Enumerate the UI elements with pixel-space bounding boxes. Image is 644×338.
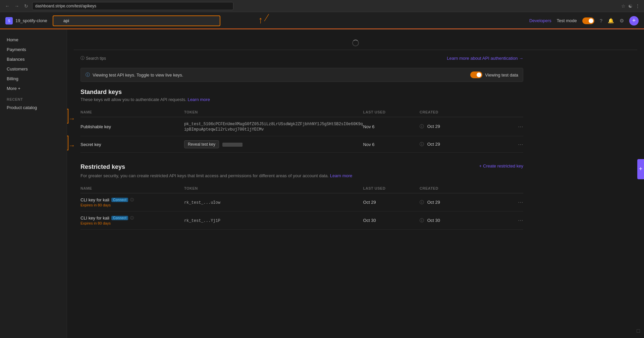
content-area: ⓘ Search tips Learn more about API authe… [67,50,537,246]
publishable-key-row: Publishable key pk_test_5106cPCFEnUmeXMa… [80,117,523,136]
viewing-test-data-label: Viewing test data [485,73,518,78]
notice-info-icon: ⓘ [86,72,90,78]
annotation-arrow-box1: → [68,115,75,123]
add-button[interactable]: + [629,16,639,26]
col-lastused-header: LAST USED [363,107,420,117]
cli-key-1-name-cell: CLI key for kali Connect ⓘ Expires in 80… [80,193,184,211]
cli-key-2-info-created: ⓘ [420,218,424,223]
brand-icon: S [5,17,13,25]
publishable-key-token: pk_test_5106cPCFEnUmeXMagG0fZ05J5iLz8LrU… [184,117,363,136]
sidebar: Home Payments Balances Customers Billing… [0,30,67,338]
right-expand-btn[interactable]: + [637,159,644,179]
col-actions-header [504,107,523,117]
test-mode-toggle[interactable] [582,17,594,24]
restricted-keys-table: NAME TOKEN LAST USED CREATED CLI [80,184,523,230]
secret-key-created: ⓘ Oct 29 [420,136,504,153]
secret-key-lastused: Nov 6 [363,136,420,153]
bottom-right-icon: □ [637,328,640,334]
restricted-keys-learn-more[interactable]: Learn more [330,173,352,178]
restricted-key-row-1: CLI key for kali Connect ⓘ Expires in 80… [80,193,523,211]
viewing-notice-left: ⓘ Viewing test API keys. Toggle to view … [86,72,183,78]
stripe-header: S 19_spotify-clone 🔍 api ↑ ／ Developers … [0,12,644,30]
developers-link[interactable]: Developers [529,18,551,23]
search-input[interactable]: api [53,15,220,26]
sidebar-item-customers[interactable]: Customers [0,64,67,74]
plus-icon: + [479,163,482,168]
cli-key-2-lastused: Oct 30 [363,211,420,230]
cli-key-1-actions: ⋯ [504,193,523,211]
bookmark-icon[interactable]: ☆ [621,3,626,9]
secret-key-name: Secret key [80,136,184,153]
sidebar-recent-label: Recent [0,93,67,103]
cli-key-2-name-row: CLI key for kali Connect ⓘ [80,215,184,221]
url-text: dashboard.stripe.com/test/apikeys [35,4,96,8]
publishable-key-name: Publishable key [80,117,184,136]
annotation-line-1: ／ [263,11,272,22]
publishable-key-actions: ⋯ [504,117,523,136]
col-created-header: CREATED [420,107,504,117]
sidebar-item-more[interactable]: More + [0,84,67,93]
publishable-key-more-btn[interactable]: ⋯ [518,124,523,130]
extensions-icon[interactable]: ☯ [628,3,633,9]
cli-key-2-info-icon: ⓘ [130,215,134,221]
secret-key-more-btn[interactable]: ⋯ [518,141,523,148]
restricted-keys-header-row: NAME TOKEN LAST USED CREATED [80,184,523,193]
sidebar-item-product-catalog[interactable]: Product catalog [0,103,67,112]
restricted-col-created: CREATED [420,184,504,193]
test-mode-label: Test mode [557,18,577,23]
refresh-button[interactable]: ↻ [23,3,30,9]
restricted-key-row-2: CLI key for kali Connect ⓘ Expires in 80… [80,211,523,230]
svg-text:S: S [8,19,10,23]
brand-name: 19_spotify-clone [15,18,47,23]
sidebar-item-payments[interactable]: Payments [0,45,67,54]
cli-key-1-badge: Connect [111,198,128,202]
annotation-arrow-1: ↑ [258,15,263,26]
search-tips-row: ⓘ Search tips Learn more about API authe… [80,55,523,64]
standard-keys-table: NAME TOKEN LAST USED CREATED Publishable… [80,107,523,153]
browser-bar: ← → ↻ dashboard.stripe.com/test/apikeys … [0,0,644,12]
standard-keys-learn-more[interactable]: Learn more [187,97,210,102]
brand-logo[interactable]: S 19_spotify-clone [5,17,47,25]
menu-icon[interactable]: ⋮ [635,3,640,9]
reveal-secret-key-btn[interactable]: Reveal test key [184,140,219,148]
restricted-keys-desc: For greater security, you can create res… [80,173,523,178]
search-tips-label: Search tips [86,56,106,61]
secret-key-actions: ⋯ [504,136,523,153]
cli-key-1-created: ⓘ Oct 29 [420,193,504,211]
sidebar-item-home[interactable]: Home [0,35,67,45]
publishable-key-info-icon: ⓘ [420,124,424,129]
browser-actions: ☆ ☯ ⋮ [621,3,640,9]
restricted-keys-title-block: Restricted keys [80,163,125,172]
sidebar-item-balances[interactable]: Balances [0,54,67,64]
cli-key-2-expires: Expires in 80 days [80,221,184,225]
forward-button[interactable]: → [13,3,20,9]
secret-key-token: Reveal test key [184,136,363,153]
publishable-key-lastused: Nov 6 [363,117,420,136]
back-button[interactable]: ← [4,3,11,9]
sidebar-item-billing[interactable]: Billing [0,74,67,84]
restricted-col-name: NAME [80,184,184,193]
search-wrapper: 🔍 api [53,15,220,26]
bell-icon[interactable]: 🔔 [608,18,614,24]
cli-key-2-token: rk_test_...Yj1P [184,211,363,230]
settings-icon[interactable]: ⚙ [620,18,624,24]
standard-keys-header-row: NAME TOKEN LAST USED CREATED [80,107,523,117]
standard-keys-section: Standard keys These keys will allow you … [80,89,523,153]
cli-key-1-expires: Expires in 80 days [80,203,184,207]
restricted-col-token: TOKEN [184,184,363,193]
restricted-keys-title: Restricted keys [80,163,125,171]
learn-auth-link[interactable]: Learn more about API authentication → [447,56,523,61]
cli-key-1-name-row: CLI key for kali Connect ⓘ [80,197,184,202]
cli-key-2-name-cell: CLI key for kali Connect ⓘ Expires in 80… [80,211,184,230]
main-content: ⓘ Search tips Learn more about API authe… [67,30,644,338]
header-right: Developers Test mode ? 🔔 ⚙ + [529,16,639,26]
secret-key-info-icon: ⓘ [420,142,424,147]
cli-key-1-more-btn[interactable]: ⋯ [518,199,523,205]
search-tips[interactable]: ⓘ Search tips [80,55,106,61]
publishable-key-created: ⓘ Oct 29 [420,117,504,136]
app-body: Home Payments Balances Customers Billing… [0,30,644,338]
cli-key-2-more-btn[interactable]: ⋯ [518,217,523,224]
help-icon[interactable]: ? [600,18,602,23]
create-restricted-key-btn[interactable]: + Create restricted key [479,163,523,168]
live-keys-toggle[interactable] [470,71,482,78]
